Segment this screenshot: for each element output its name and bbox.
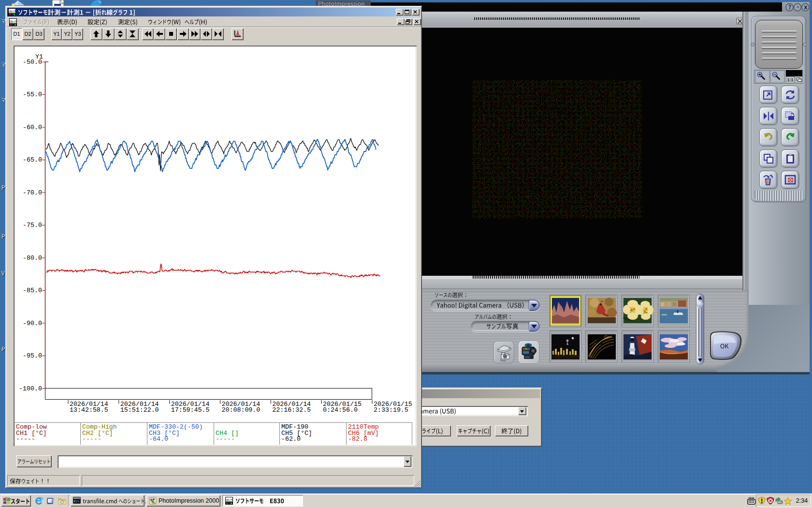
svg-text:C:\: C:\: [74, 500, 79, 503]
